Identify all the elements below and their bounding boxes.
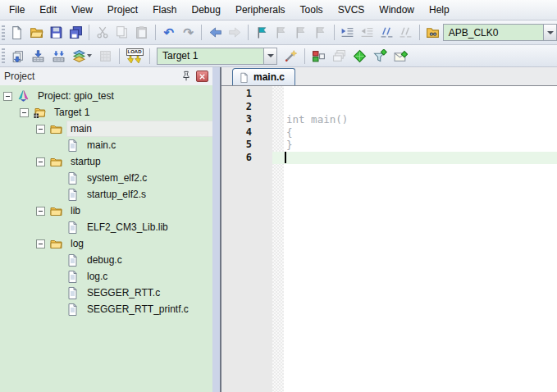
menu-file[interactable]: File <box>2 1 32 19</box>
collapse-expander-icon[interactable] <box>3 92 12 101</box>
load-flash-button[interactable]: LOAD <box>123 46 146 66</box>
project-panel: Project Project: gpio_test Target 1 <box>0 67 212 392</box>
tree-item-segger-rtt-printf-c[interactable]: SEGGER_RTT_printf.c <box>53 301 212 317</box>
menu-project[interactable]: Project <box>100 1 145 19</box>
outdent-button[interactable] <box>357 23 377 42</box>
build-button[interactable] <box>28 47 48 66</box>
source-file-icon <box>66 286 80 299</box>
find-in-files-button[interactable] <box>423 23 443 42</box>
toolbar-separator <box>201 25 202 40</box>
pack-installer-button[interactable] <box>390 47 411 66</box>
target-folder-icon <box>33 106 47 119</box>
folder-icon <box>49 204 63 217</box>
search-combo[interactable]: APB_CLK0 <box>443 24 557 41</box>
toolbar-grip[interactable] <box>2 25 5 40</box>
collapse-expander-icon[interactable] <box>36 207 45 216</box>
main-area: Project Project: gpio_test Target 1 <box>0 67 557 392</box>
toolbar-separator <box>155 25 156 40</box>
undo-icon: ↶ <box>163 26 174 39</box>
redo-button[interactable]: ↷ <box>179 23 199 42</box>
menu-debug[interactable]: Debug <box>185 1 228 19</box>
toggle-bookmark-button[interactable] <box>252 23 272 42</box>
build-toolbar: LOAD Target 1 <box>0 45 557 67</box>
manage-project-items-button[interactable] <box>308 47 329 66</box>
bookmark-margin[interactable] <box>272 86 284 392</box>
save-button[interactable] <box>47 23 66 42</box>
navigate-forward-button[interactable] <box>225 23 244 42</box>
code-text-area[interactable]: int main() { } <box>284 86 557 392</box>
tree-item-main-group[interactable]: main <box>36 121 212 137</box>
panel-splitter[interactable] <box>212 67 221 392</box>
editor-tab-bar: main.c <box>221 67 557 86</box>
new-file-button[interactable] <box>7 23 27 42</box>
uncomment-button[interactable] <box>396 23 416 42</box>
target-select-combo[interactable]: Target 1 <box>157 48 277 65</box>
collapse-expander-icon[interactable] <box>36 125 45 134</box>
menu-window[interactable]: Window <box>372 1 422 19</box>
file-icon <box>239 72 249 83</box>
project-panel-header: Project <box>0 67 212 85</box>
folder-icon <box>49 122 63 135</box>
current-line-highlight <box>272 152 557 165</box>
tree-item-lib-group[interactable]: lib <box>36 203 212 219</box>
comment-button[interactable] <box>377 23 396 42</box>
collapse-expander-icon[interactable] <box>20 108 29 117</box>
pin-panel-button[interactable] <box>180 71 193 83</box>
toolbar-grip[interactable] <box>2 48 5 63</box>
menu-edit[interactable]: Edit <box>32 1 64 19</box>
close-panel-button[interactable] <box>195 71 208 83</box>
search-combo-value[interactable]: APB_CLK0 <box>444 25 543 40</box>
target-combo-value[interactable]: Target 1 <box>158 48 263 64</box>
navigate-back-button[interactable] <box>205 23 225 42</box>
clear-bookmarks-button[interactable] <box>311 23 331 42</box>
source-file-icon <box>66 270 80 283</box>
tree-item-main-c[interactable]: main.c <box>53 137 212 153</box>
tree-item-startup-group[interactable]: startup <box>36 153 212 170</box>
tree-item-segger-rtt-c[interactable]: SEGGER_RTT.c <box>53 285 212 301</box>
chevron-down-icon <box>87 54 92 57</box>
menu-view[interactable]: View <box>64 1 100 19</box>
load-label: LOAD <box>126 48 144 56</box>
menu-peripherals[interactable]: Peripherals <box>228 1 293 19</box>
collapse-expander-icon[interactable] <box>36 239 45 248</box>
chevron-down-icon <box>267 54 274 57</box>
code-line: int main() <box>284 113 557 126</box>
next-bookmark-button[interactable] <box>291 23 311 42</box>
file-extensions-filter-button[interactable] <box>370 47 390 66</box>
menu-flash[interactable]: Flash <box>145 1 184 19</box>
undo-button[interactable]: ↶ <box>159 23 179 42</box>
tab-main-c[interactable]: main.c <box>232 68 295 85</box>
menu-svcs[interactable]: SVCS <box>331 1 372 19</box>
multi-project-workspace-button[interactable] <box>329 47 349 66</box>
stop-build-button[interactable] <box>95 47 116 66</box>
translate-button[interactable] <box>7 47 28 66</box>
collapse-expander-icon[interactable] <box>36 157 45 166</box>
code-line <box>284 101 557 114</box>
menu-tools[interactable]: Tools <box>293 1 331 19</box>
copy-button[interactable] <box>112 23 132 42</box>
manage-rte-button[interactable] <box>349 47 370 66</box>
code-editor[interactable]: 1 2 3 4 5 6 int main() { } <box>221 86 557 392</box>
tree-item-target-1[interactable]: Target 1 <box>20 104 212 121</box>
cut-button[interactable] <box>93 23 112 42</box>
menu-help[interactable]: Help <box>422 1 457 19</box>
indent-button[interactable] <box>337 23 357 42</box>
open-file-button[interactable] <box>27 23 47 42</box>
rebuild-all-button[interactable] <box>48 47 69 66</box>
tree-item-project-root[interactable]: Project: gpio_test <box>3 88 212 104</box>
target-combo-dropdown-button[interactable] <box>263 48 276 64</box>
tree-item-log-group[interactable]: log <box>36 235 212 252</box>
paste-button[interactable] <box>132 23 152 42</box>
previous-bookmark-button[interactable] <box>272 23 291 42</box>
tree-item-startup-elf2-s[interactable]: startup_elf2.s <box>53 186 212 203</box>
tree-item-log-c[interactable]: log.c <box>53 268 212 285</box>
menu-bar: File Edit View Project Flash Debug Perip… <box>0 0 557 21</box>
batch-build-button[interactable] <box>69 47 95 66</box>
tree-item-system-elf2-c[interactable]: system_elf2.c <box>53 170 212 186</box>
search-combo-dropdown-button[interactable] <box>543 25 556 40</box>
tree-item-elf2-cm3-lib[interactable]: ELF2_CM3_Lib.lib <box>53 219 212 235</box>
options-for-target-button[interactable] <box>281 47 301 66</box>
tree-item-debug-c[interactable]: debug.c <box>53 252 212 268</box>
toolbar-separator <box>119 48 120 64</box>
save-all-button[interactable] <box>66 23 85 42</box>
